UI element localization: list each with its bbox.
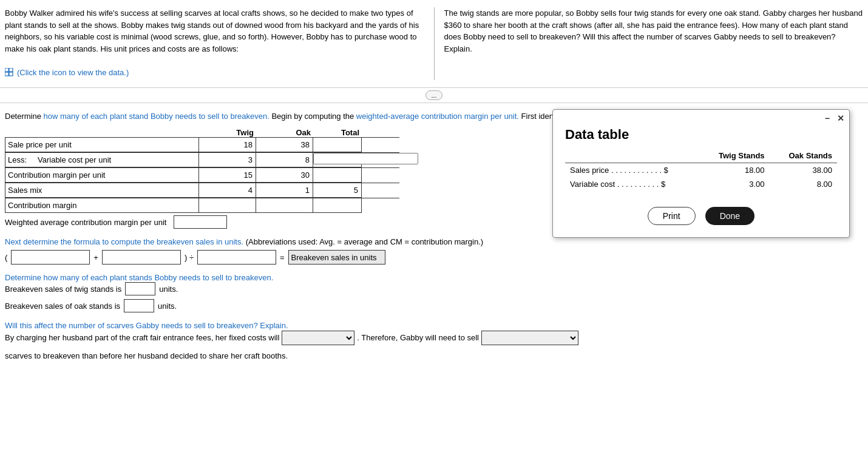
modal-footer: Print Done [553, 197, 849, 237]
cm-per-unit-label: Contribution margin per unit [5, 168, 199, 183]
cm-per-unit-twig-cell [199, 168, 256, 183]
print-button[interactable]: Print [648, 207, 696, 225]
data-variable-label: Variable cost . . . . . . . . . . $ [565, 177, 699, 191]
equals-sign: = [280, 253, 285, 262]
data-table-row-variable: Variable cost . . . . . . . . . . $ 3.00… [565, 177, 837, 191]
header-oak: Oak [256, 128, 313, 137]
variable-cost-total-cell [313, 153, 362, 167]
variable-cost-label: Variable cost per unit [35, 153, 199, 167]
breakeven-oak-label: Breakeven sales of oak stands is [5, 302, 120, 311]
modal-close-button[interactable]: ✕ [837, 113, 844, 123]
data-table-header-twig: Twig Stands [699, 149, 770, 163]
data-icon-link[interactable]: (Click the icon to view the data.) [5, 67, 129, 79]
formula-input-2[interactable] [102, 250, 181, 265]
sale-price-oak-input[interactable] [257, 138, 312, 151]
svg-rect-1 [9, 68, 13, 72]
gabby-question: Will this affect the number of scarves G… [5, 321, 863, 330]
cm-twig-cell [199, 198, 256, 213]
formula-input-1[interactable] [11, 250, 90, 265]
formula-input-3[interactable] [197, 250, 276, 265]
cm-oak-cell [256, 198, 313, 213]
data-sales-oak: 38.00 [770, 163, 837, 177]
table-row-sale-price: Sale price per unit [5, 137, 399, 152]
modal-minimize-button[interactable]: − [825, 113, 830, 123]
gabby-dropdown-2[interactable]: more fewer the same number of [481, 331, 578, 345]
wacm-label: Weighted average contribution margin per… [5, 218, 166, 227]
formula-blue: Next determine the formula to compute th… [5, 237, 243, 246]
cm-twig-input[interactable] [200, 199, 255, 212]
icon-link-text: (Click the icon to view the data.) [17, 67, 129, 79]
table-row-cm: Contribution margin [5, 198, 399, 213]
wacm-input[interactable] [174, 215, 227, 229]
top-left-text: Bobby Walker admired his wife's success … [5, 7, 435, 80]
instruction-part1: Determine [5, 112, 44, 121]
formula-note: (Abbreviations used: Avg. = average and … [246, 237, 483, 246]
variable-cost-total-input[interactable] [313, 153, 418, 164]
cm-oak-input[interactable] [257, 199, 312, 212]
formula-instruction: Next determine the formula to compute th… [5, 237, 863, 246]
sales-mix-twig-input[interactable] [200, 184, 255, 197]
open-paren: ( [5, 253, 7, 262]
sale-price-twig-cell [199, 138, 256, 152]
data-table-modal: − ✕ Data table Twig Stands Oak Stands Sa… [552, 109, 850, 238]
variable-cost-oak-input[interactable] [257, 153, 312, 166]
divider-button[interactable]: ... [426, 90, 442, 100]
sales-mix-total-input[interactable] [314, 184, 361, 197]
data-table-row-sales: Sales price . . . . . . . . . . . . $ 18… [565, 163, 837, 177]
variable-cost-twig-input[interactable] [200, 153, 255, 166]
sale-price-oak-cell [256, 138, 313, 152]
data-table-header-empty [565, 149, 699, 163]
modal-title: Data table [553, 124, 849, 149]
formula-section: Next determine the formula to compute th… [5, 237, 863, 265]
cm-per-unit-total-cell [313, 168, 362, 183]
data-variable-twig: 3.00 [699, 177, 770, 191]
breakeven-twig-input[interactable] [125, 282, 155, 295]
left-paragraph: Bobby Walker admired his wife's success … [5, 7, 424, 55]
data-sales-twig: 18.00 [699, 163, 770, 177]
table-header: Twig Oak Total [5, 128, 399, 137]
sale-price-total-input[interactable] [314, 138, 361, 151]
done-button[interactable]: Done [705, 207, 754, 225]
cm-total-input[interactable] [314, 199, 361, 212]
gabby-dropdown-1[interactable]: increase decrease stay the same [282, 331, 354, 345]
gabby-section: Will this affect the number of scarves G… [5, 321, 863, 364]
data-table-header-oak: Oak Stands [770, 149, 837, 163]
svg-rect-2 [5, 72, 8, 76]
svg-rect-0 [5, 68, 8, 72]
header-twig: Twig [199, 128, 256, 137]
sales-mix-oak-input[interactable] [257, 184, 312, 197]
gabby-text-3: scarves to breakeven than before her hus… [5, 348, 288, 364]
gabby-answer-row: By charging her husband part of the craf… [5, 330, 863, 364]
close-paren-div: ) ÷ [185, 253, 194, 262]
sales-mix-twig-cell [199, 183, 256, 198]
variable-cost-twig-cell [199, 153, 256, 167]
header-label-col [5, 128, 199, 137]
sale-price-label: Sale price per unit [5, 138, 199, 152]
formula-result-label: Breakeven sales in units [288, 250, 385, 265]
breakeven-twig-row: Breakeven sales of twig stands is units. [5, 282, 863, 295]
modal-titlebar: − ✕ [553, 110, 849, 124]
breakeven-twig-label: Breakeven sales of twig stands is [5, 285, 121, 294]
cm-per-unit-total-input[interactable] [314, 169, 361, 181]
table-row-variable-cost: Less: Variable cost per unit [5, 152, 399, 167]
sale-price-twig-input[interactable] [200, 138, 255, 151]
data-sales-label: Sales price . . . . . . . . . . . . $ [565, 163, 699, 177]
gabby-text-1: By charging her husband part of the craf… [5, 330, 279, 346]
svg-rect-3 [9, 72, 13, 76]
breakeven-oak-unit: units. [158, 302, 177, 311]
cm-per-unit-twig-input[interactable] [200, 169, 255, 181]
sales-mix-oak-cell [256, 183, 313, 198]
header-total: Total [313, 128, 362, 137]
main-content: Determine how many of each plant stand B… [0, 103, 868, 372]
data-table: Twig Stands Oak Stands Sales price . . .… [565, 149, 837, 191]
table-row-sales-mix: Sales mix [5, 183, 399, 198]
formula-row: ( + ) ÷ = Breakeven sales in units [5, 250, 863, 265]
breakeven-blue: Determine how many of each plant stands … [5, 273, 273, 282]
breakeven-section: Determine how many of each plant stands … [5, 273, 863, 312]
data-variable-oak: 8.00 [770, 177, 837, 191]
table-row-cm-per-unit: Contribution margin per unit [5, 167, 399, 183]
cm-per-unit-oak-input[interactable] [257, 169, 312, 181]
plus-sign: + [93, 253, 98, 262]
breakeven-oak-input[interactable] [124, 299, 154, 312]
instruction-blue1: how many of each plant stand Bobby needs… [44, 112, 270, 121]
